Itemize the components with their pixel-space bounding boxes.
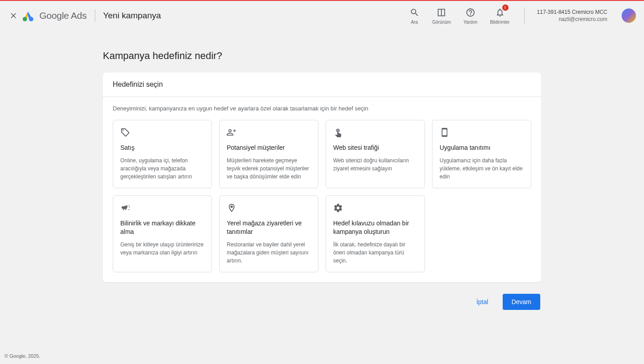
help-label: Yardım	[463, 20, 478, 25]
brand-text: Google Ads	[39, 10, 87, 21]
goal-card-sales[interactable]: Satış Online, uygulama içi, telefon arac…	[113, 120, 212, 188]
svg-point-0	[23, 17, 27, 21]
view-icon	[436, 8, 446, 17]
alert-badge-icon	[502, 4, 508, 11]
main-content: Kampanya hedefiniz nedir? Hedefinizi seç…	[103, 30, 541, 310]
goal-card-no-goal[interactable]: Hedef kılavuzu olmadan bir kampanya oluş…	[326, 195, 425, 272]
search-button[interactable]: Ara	[409, 7, 420, 25]
page-title: Yeni kampanya	[103, 11, 161, 21]
goal-selection-card: Hedefinizi seçin Deneyiminizi, kampanyan…	[103, 72, 541, 282]
footer-copyright: © Google, 2025.	[4, 353, 40, 359]
view-button[interactable]: Görünüm	[432, 7, 451, 25]
account-separator	[524, 8, 525, 24]
phone-icon	[440, 127, 449, 137]
goal-desc: Uygulamanız için daha fazla yükleme, etk…	[440, 157, 524, 181]
account-email: nazli@cremicro.com	[559, 16, 607, 22]
notifications-label: Bildirimler	[490, 20, 510, 25]
goal-desc: Geniş bir kitleye ulaşıp ürünlerinize ve…	[120, 241, 204, 257]
view-label: Görünüm	[432, 20, 451, 25]
people-icon	[227, 127, 237, 137]
goal-title: Hedef kılavuzu olmadan bir kampanya oluş…	[333, 219, 417, 236]
goal-desc: Restoranlar ve bayiler dahil yerel mağaz…	[227, 241, 311, 265]
card-body: Deneyiminizi, kampanyanıza en uygun hede…	[103, 97, 541, 282]
card-title: Hedefinizi seçin	[103, 72, 541, 97]
gear-icon	[333, 203, 343, 213]
header-separator	[95, 9, 95, 22]
goal-title: Potansiyel müşteriler	[227, 144, 311, 152]
goal-desc: İlk olarak, hedefinize dayalı bir öneri …	[333, 241, 417, 265]
continue-button[interactable]: Devam	[503, 294, 540, 310]
action-buttons: İptal Devam	[103, 294, 541, 310]
goal-card-leads[interactable]: Potansiyel müşteriler Müşterileri hareke…	[219, 120, 318, 188]
tag-icon	[120, 127, 130, 137]
search-label: Ara	[411, 20, 418, 25]
avatar[interactable]	[622, 8, 636, 23]
header-right: Ara Görünüm Yardım Bildirimler	[409, 7, 636, 25]
question-title: Kampanya hedefiniz nedir?	[103, 50, 541, 62]
goal-title: Web sitesi trafiği	[333, 144, 417, 152]
goals-grid: Satış Online, uygulama içi, telefon arac…	[113, 120, 531, 272]
search-icon	[410, 8, 419, 17]
cancel-button[interactable]: İptal	[469, 294, 495, 310]
svg-point-1	[29, 17, 34, 21]
account-name: 117-391-8415 Cremicro MCC	[537, 9, 607, 15]
google-ads-logo-icon	[22, 9, 35, 22]
help-icon	[466, 8, 475, 17]
goal-card-traffic[interactable]: Web sitesi trafiği Web sitenizi doğru ku…	[326, 120, 425, 188]
goal-card-app[interactable]: Uygulama tanıtımı Uygulamanız için daha …	[432, 120, 531, 188]
goal-desc: Web sitenizi doğru kullanıcıların ziyare…	[333, 157, 417, 173]
logo-area[interactable]: Google Ads	[22, 9, 87, 22]
card-description: Deneyiminizi, kampanyanıza en uygun hede…	[113, 105, 531, 112]
goal-title: Yerel mağaza ziyaretleri ve tanıtımlar	[227, 219, 311, 236]
goal-title: Uygulama tanıtımı	[440, 144, 524, 152]
click-icon	[333, 127, 343, 137]
close-button[interactable]	[8, 10, 19, 21]
notifications-button[interactable]: Bildirimler	[490, 7, 510, 25]
close-icon	[9, 11, 18, 20]
goal-card-awareness[interactable]: Bilinirlik ve markayı dikkate alma Geniş…	[113, 195, 212, 272]
goal-card-local[interactable]: Yerel mağaza ziyaretleri ve tanıtımlar R…	[219, 195, 318, 272]
goal-desc: Online, uygulama içi, telefon aracılığıy…	[120, 157, 204, 181]
account-info[interactable]: 117-391-8415 Cremicro MCC nazli@cremicro…	[537, 9, 607, 22]
header: Google Ads Yeni kampanya Ara Görünüm Yar…	[0, 1, 644, 30]
goal-title: Bilinirlik ve markayı dikkate alma	[120, 219, 204, 236]
goal-desc: Müşterileri harekete geçmeye teşvik eder…	[227, 157, 311, 181]
goal-title: Satış	[120, 144, 204, 152]
help-button[interactable]: Yardım	[463, 7, 478, 25]
megaphone-icon	[120, 203, 130, 213]
location-pin-icon	[227, 203, 237, 213]
